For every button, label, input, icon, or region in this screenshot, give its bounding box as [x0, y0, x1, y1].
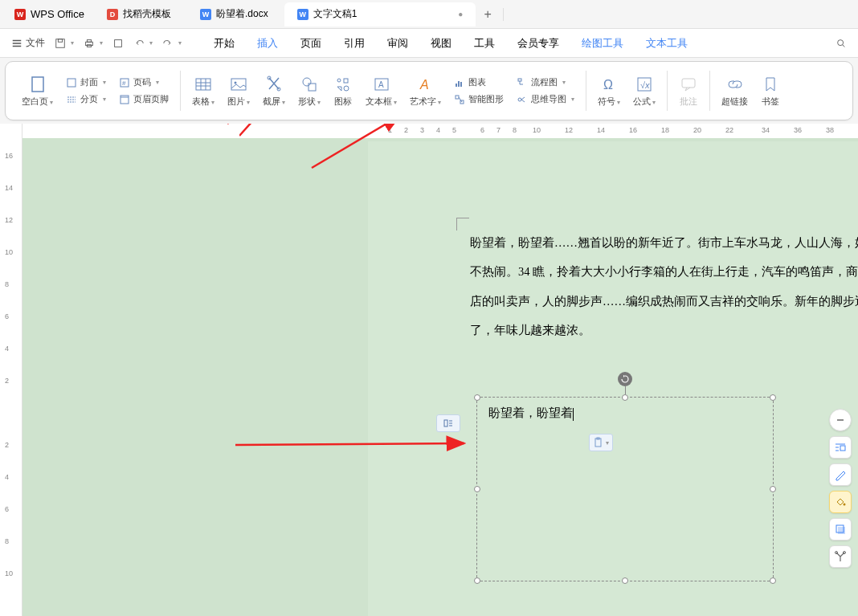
ruler-tick: 1 — [388, 126, 392, 134]
chart-button[interactable]: 图表 — [454, 76, 504, 88]
close-icon[interactable]: ● — [458, 10, 463, 18]
text-wrap-button[interactable] — [829, 436, 852, 459]
menu-tab-tools[interactable]: 工具 — [463, 30, 506, 57]
menu-tab-insert[interactable]: 插入 — [246, 30, 289, 57]
cover-button[interactable]: 封面▾ — [66, 76, 106, 88]
minus-icon — [836, 415, 845, 425]
smartart-button[interactable]: 智能图形 — [454, 93, 504, 105]
redo-button[interactable]: ▾ — [157, 35, 186, 52]
document-paragraph[interactable]: 盼望着，盼望着……翘首以盼的新年近了。街市上车水马龙，人山人海，好不热闹。34 … — [470, 228, 858, 345]
svg-point-6 — [838, 39, 844, 45]
svg-point-26 — [344, 86, 349, 91]
textbox-content[interactable]: 盼望着，盼望着 — [477, 398, 773, 429]
ruler-tick: 10 — [533, 126, 541, 134]
blank-page-button[interactable]: 空白页▾ — [15, 75, 59, 108]
layout-options-button[interactable] — [436, 414, 460, 432]
pagenum-icon: # — [119, 77, 130, 88]
page-area[interactable]: 1 2 3 4 5 6 7 8 10 12 14 16 18 20 22 34 … — [22, 124, 858, 616]
menu-toggle-button[interactable]: 文件 — [6, 33, 50, 53]
textbox-button[interactable]: A 文本框▾ — [359, 75, 403, 108]
resize-handle-ne[interactable] — [770, 394, 776, 401]
icon-button[interactable]: 图标 — [327, 75, 359, 108]
screenshot-icon — [264, 75, 284, 94]
ruler-tick: 8 — [5, 280, 9, 288]
more-button[interactable] — [829, 545, 852, 568]
tab-doc-1[interactable]: W 盼望着.docx — [187, 2, 281, 27]
bookmark-button[interactable]: 书签 — [754, 75, 786, 108]
shadow-icon — [834, 523, 847, 536]
tab-label: 找稻壳模板 — [123, 7, 171, 21]
resize-handle-sw[interactable] — [474, 577, 480, 584]
word-icon: W — [200, 9, 211, 20]
blank-page-icon — [28, 75, 47, 94]
search-button[interactable] — [831, 35, 852, 52]
page-num-button[interactable]: #页码▾ — [119, 76, 169, 88]
wordart-button[interactable]: A 艺术字▾ — [403, 75, 447, 108]
file-label: 文件 — [26, 36, 45, 50]
menu-tab-view[interactable]: 视图 — [419, 30, 463, 57]
add-tab-button[interactable]: + — [477, 7, 497, 22]
svg-rect-3 — [87, 39, 91, 42]
menu-tab-ref[interactable]: 引用 — [333, 30, 376, 57]
preview-button[interactable] — [108, 35, 129, 52]
textbox[interactable]: 盼望着，盼望着 — [476, 397, 774, 581]
wrap-icon — [834, 441, 847, 454]
image-icon — [229, 75, 248, 94]
symbol-icon: Ω — [599, 75, 619, 94]
ruler-tick: 12 — [5, 216, 13, 224]
table-button[interactable]: 表格▾ — [186, 75, 221, 108]
format-button[interactable] — [829, 463, 852, 486]
menu-right — [831, 35, 852, 52]
formula-button[interactable]: √x 公式▾ — [627, 75, 662, 108]
tab-doc-2[interactable]: W 文字文稿1 ● — [284, 2, 476, 27]
shadow-button[interactable] — [829, 518, 852, 541]
icon-icon — [333, 75, 353, 94]
svg-text:#: # — [122, 80, 126, 87]
menu-tab-start[interactable]: 开始 — [202, 30, 246, 57]
print-button[interactable]: ▾ — [79, 35, 108, 52]
app-name: WPS Office — [31, 8, 84, 20]
menu-tab-texttools[interactable]: 文本工具 — [635, 30, 699, 57]
page-break-button[interactable]: 分页▾ — [66, 93, 106, 105]
ruler-tick: 34 — [762, 126, 770, 134]
comment-button[interactable]: 批注 — [672, 75, 705, 108]
menu-tab-vip[interactable]: 会员专享 — [506, 30, 570, 57]
resize-handle-s[interactable] — [622, 577, 628, 584]
ribbon-separator — [667, 71, 668, 111]
save-icon — [55, 38, 66, 49]
svg-rect-41 — [444, 420, 447, 426]
undo-button[interactable]: ▾ — [129, 35, 157, 52]
zoom-out-button[interactable] — [829, 409, 852, 431]
menu-tab-review[interactable]: 审阅 — [376, 30, 419, 57]
resize-handle-e[interactable] — [770, 486, 776, 492]
screenshot-button[interactable]: 截屏▾ — [256, 75, 292, 108]
save-button[interactable]: ▾ — [50, 35, 79, 52]
rotate-icon — [621, 375, 629, 383]
rotate-handle[interactable] — [618, 372, 632, 386]
resize-handle-se[interactable] — [770, 577, 776, 584]
ruler-tick: 14 — [597, 126, 605, 134]
shape-button[interactable]: 形状▾ — [292, 75, 327, 108]
float-tools-panel — [829, 409, 852, 568]
svg-point-19 — [235, 81, 237, 84]
ruler-tick: 16 — [629, 126, 637, 134]
cover-icon — [66, 77, 77, 88]
margin-corner — [456, 218, 469, 230]
menu-icon — [11, 38, 22, 49]
tab-template[interactable]: D 找稻壳模板 — [94, 2, 184, 27]
menu-tab-drawtools[interactable]: 绘图工具 — [570, 30, 635, 57]
flowchart-button[interactable]: 流程图▾ — [517, 76, 574, 88]
hyperlink-button[interactable]: 超链接 — [715, 75, 754, 108]
ruler-tick: 4 — [5, 345, 9, 353]
formula-icon: √x — [635, 75, 654, 94]
header-footer-button[interactable]: 页眉页脚 — [119, 93, 169, 105]
resize-handle-n[interactable] — [622, 394, 628, 401]
image-button[interactable]: 图片▾ — [221, 75, 256, 108]
mindmap-button[interactable]: 思维导图▾ — [517, 93, 574, 105]
symbol-button[interactable]: Ω 符号▾ — [591, 75, 627, 108]
fill-button[interactable] — [829, 491, 852, 513]
resize-handle-w[interactable] — [474, 486, 480, 492]
paste-options-button[interactable]: ▾ — [589, 434, 613, 451]
resize-handle-nw[interactable] — [474, 394, 480, 401]
menu-tab-page[interactable]: 页面 — [289, 30, 333, 57]
